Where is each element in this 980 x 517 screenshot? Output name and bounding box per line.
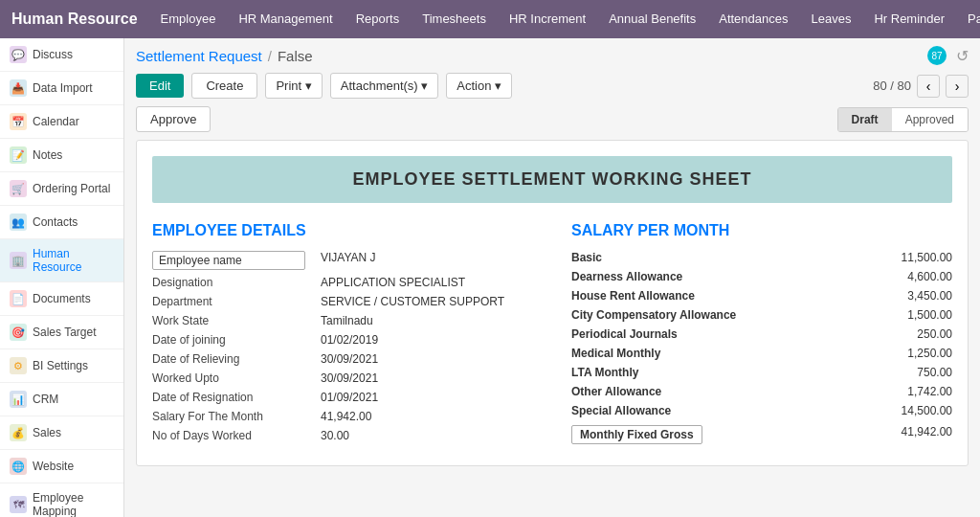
brand-logo: Human Resource bbox=[11, 11, 138, 28]
nav-payroll[interactable]: Payroll bbox=[964, 10, 980, 30]
document-container: EMPLOYEE SETTLEMENT WORKING SHEET EMPLOY… bbox=[136, 140, 969, 466]
breadcrumb: Settlement Request / False bbox=[136, 48, 313, 64]
salary-hra: House Rent Allowance 3,450.00 bbox=[571, 289, 952, 303]
sidebar-item-documents[interactable]: 📄 Documents bbox=[0, 282, 123, 316]
salary-medical: Medical Monthly 1,250.00 bbox=[571, 347, 952, 360]
field-designation: Designation APPLICATION SPECIALIST bbox=[152, 276, 533, 289]
sidebar-label-bi-settings: BI Settings bbox=[33, 359, 88, 372]
top-right-icons: 87 ↺ bbox=[927, 46, 969, 65]
website-icon: 🌐 bbox=[10, 458, 27, 475]
work-state-label: Work State bbox=[152, 314, 305, 327]
refresh-icon[interactable]: ↺ bbox=[956, 47, 969, 65]
salary-title: SALARY PER MONTH bbox=[571, 222, 952, 239]
nav-attendances[interactable]: Attendances bbox=[715, 10, 791, 30]
field-department: Department SERVICE / CUSTOMER SUPPORT bbox=[152, 295, 533, 308]
sidebar-item-crm[interactable]: 📊 CRM bbox=[0, 383, 123, 416]
sidebar-item-notes[interactable]: 📝 Notes bbox=[0, 139, 123, 172]
nav-menu: Employee HR Management Reports Timesheet… bbox=[157, 10, 980, 30]
employee-mapping-icon: 🗺 bbox=[10, 496, 27, 513]
sidebar-item-data-import[interactable]: 📥 Data Import bbox=[0, 72, 123, 105]
sidebar-item-contacts[interactable]: 👥 Contacts bbox=[0, 206, 123, 239]
document-body: EMPLOYEE DETAILS Employee name VIJAYAN J… bbox=[152, 222, 952, 450]
action-button[interactable]: Action ▾ bbox=[446, 73, 512, 99]
edit-button[interactable]: Edit bbox=[136, 74, 184, 98]
breadcrumb-sep: / bbox=[268, 48, 272, 64]
salary-basic: Basic 11,500.00 bbox=[571, 251, 952, 264]
sidebar-item-website[interactable]: 🌐 Website bbox=[0, 450, 123, 483]
top-navigation: Human Resource Employee HR Management Re… bbox=[0, 0, 980, 38]
sidebar-label-documents: Documents bbox=[33, 292, 91, 305]
salary-monthly-fixed-gross: Monthly Fixed Gross 41,942.00 bbox=[571, 425, 952, 444]
calendar-icon: 📅 bbox=[10, 113, 27, 130]
nav-annual-benefits[interactable]: Annual Benefits bbox=[605, 10, 700, 30]
next-page-button[interactable]: › bbox=[946, 75, 969, 98]
nav-hr-reminder[interactable]: Hr Reminder bbox=[870, 10, 948, 30]
notification-badge[interactable]: 87 bbox=[927, 46, 947, 65]
data-import-icon: 📥 bbox=[10, 79, 27, 97]
sidebar-item-human-resource[interactable]: 🏢 Human Resource bbox=[0, 239, 123, 282]
status-tab-draft[interactable]: Draft bbox=[838, 108, 892, 131]
document-title: EMPLOYEE SETTLEMENT WORKING SHEET bbox=[152, 156, 952, 203]
sidebar-item-discuss[interactable]: 💬 Discuss bbox=[0, 38, 123, 72]
days-worked-value: 30.00 bbox=[321, 429, 349, 442]
nav-leaves[interactable]: Leaves bbox=[808, 10, 856, 30]
date-relieving-value: 30/09/2021 bbox=[321, 352, 378, 366]
nav-hr-increment[interactable]: HR Increment bbox=[505, 10, 590, 30]
content-area: Settlement Request / False 87 ↺ Edit Cre… bbox=[124, 38, 980, 517]
nav-reports[interactable]: Reports bbox=[352, 10, 404, 30]
department-value: SERVICE / CUSTOMER SUPPORT bbox=[321, 295, 504, 308]
salary-month-value: 41,942.00 bbox=[321, 410, 371, 423]
date-resignation-label: Date of Resignation bbox=[152, 391, 305, 404]
print-button[interactable]: Print ▾ bbox=[265, 73, 322, 99]
toolbar-row: Settlement Request / False 87 ↺ bbox=[136, 46, 969, 65]
documents-icon: 📄 bbox=[10, 290, 27, 307]
field-date-relieving: Date of Relieving 30/09/2021 bbox=[152, 352, 533, 366]
ordering-portal-icon: 🛒 bbox=[10, 180, 27, 197]
sidebar-label-sales: Sales bbox=[33, 426, 61, 439]
field-salary-month: Salary For The Month 41,942.00 bbox=[152, 410, 533, 423]
sidebar-item-bi-settings[interactable]: ⚙ BI Settings bbox=[0, 349, 123, 383]
attachment-button[interactable]: Attachment(s) ▾ bbox=[330, 73, 439, 99]
status-tabs: Draft Approved bbox=[837, 107, 969, 132]
field-days-worked: No of Days Worked 30.00 bbox=[152, 429, 533, 442]
worked-upto-value: 30/09/2021 bbox=[321, 371, 378, 385]
sidebar-item-sales[interactable]: 💰 Sales bbox=[0, 416, 123, 450]
monthly-fixed-gross-label: Monthly Fixed Gross bbox=[571, 425, 702, 444]
salary-da: Dearness Allowance 4,600.00 bbox=[571, 270, 952, 283]
sidebar-label-website: Website bbox=[33, 460, 74, 473]
sales-target-icon: 🎯 bbox=[10, 324, 27, 341]
notes-icon: 📝 bbox=[10, 146, 27, 164]
crm-icon: 📊 bbox=[10, 391, 27, 408]
contacts-icon: 👥 bbox=[10, 214, 27, 231]
date-resignation-value: 01/09/2021 bbox=[321, 391, 378, 404]
sidebar-label-sales-target: Sales Target bbox=[33, 326, 97, 339]
pagination: 80 / 80 ‹ › bbox=[873, 75, 969, 98]
create-button[interactable]: Create bbox=[191, 73, 257, 99]
sidebar-label-contacts: Contacts bbox=[33, 215, 78, 229]
sales-icon: 💰 bbox=[10, 424, 27, 441]
salary-section: SALARY PER MONTH Basic 11,500.00 Dearnes… bbox=[571, 222, 952, 450]
nav-hr-management[interactable]: HR Management bbox=[234, 10, 336, 30]
field-work-state: Work State Tamilnadu bbox=[152, 314, 533, 327]
salary-cca: City Compensatory Allowance 1,500.00 bbox=[571, 308, 952, 322]
prev-page-button[interactable]: ‹ bbox=[917, 75, 940, 98]
nav-timesheets[interactable]: Timesheets bbox=[418, 10, 490, 30]
sidebar-item-ordering-portal[interactable]: 🛒 Ordering Portal bbox=[0, 172, 123, 206]
breadcrumb-main[interactable]: Settlement Request bbox=[136, 48, 262, 64]
sidebar-label-notes: Notes bbox=[33, 148, 62, 162]
salary-lta: LTA Monthly 750.00 bbox=[571, 366, 952, 379]
status-tab-approved[interactable]: Approved bbox=[892, 108, 968, 131]
sidebar-item-employee-mapping[interactable]: 🗺 Employee Mapping bbox=[0, 483, 123, 517]
sidebar-label-employee-mapping: Employee Mapping bbox=[33, 491, 114, 517]
sidebar-item-calendar[interactable]: 📅 Calendar bbox=[0, 105, 123, 139]
approve-button[interactable]: Approve bbox=[136, 106, 211, 132]
sidebar-label-calendar: Calendar bbox=[33, 115, 79, 128]
worked-upto-label: Worked Upto bbox=[152, 371, 305, 385]
sidebar-label-ordering-portal: Ordering Portal bbox=[33, 182, 110, 195]
sidebar-item-sales-target[interactable]: 🎯 Sales Target bbox=[0, 316, 123, 349]
employee-name-label: Employee name bbox=[152, 251, 305, 270]
days-worked-label: No of Days Worked bbox=[152, 429, 305, 442]
nav-employee[interactable]: Employee bbox=[157, 10, 220, 30]
action-bar: Edit Create Print ▾ Attachment(s) ▾ Acti… bbox=[136, 73, 969, 99]
field-employee-name: Employee name VIJAYAN J bbox=[152, 251, 533, 270]
